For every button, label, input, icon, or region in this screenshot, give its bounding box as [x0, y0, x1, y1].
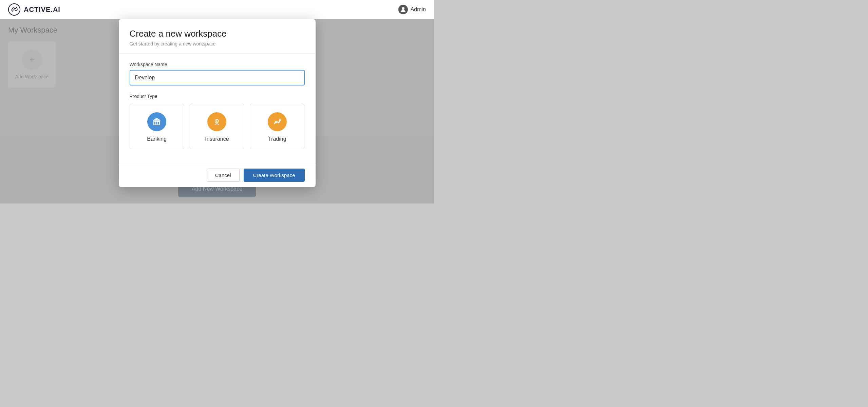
svg-point-13 [216, 120, 218, 122]
trading-icon [268, 112, 287, 131]
product-card-banking[interactable]: Banking [130, 104, 184, 149]
admin-avatar-icon [398, 5, 408, 14]
svg-rect-9 [156, 122, 157, 124]
admin-area[interactable]: Admin [398, 5, 426, 14]
product-cards: Banking Insurance [130, 104, 305, 149]
insurance-icon [207, 112, 226, 131]
logo-text: ACTIVE.AI [24, 6, 60, 14]
logo-icon [8, 3, 20, 16]
modal-subtitle: Get started by creating a new workspace [130, 41, 305, 46]
workspace-name-input[interactable] [130, 70, 305, 85]
svg-rect-10 [158, 122, 159, 124]
cancel-button[interactable]: Cancel [207, 169, 240, 182]
modal-header: Create a new workspace Get started by cr… [119, 19, 316, 54]
modal-footer: Cancel Create Workspace [119, 163, 316, 187]
svg-rect-8 [154, 122, 155, 124]
banking-icon [147, 112, 166, 131]
create-workspace-button[interactable]: Create Workspace [244, 169, 305, 182]
trading-label: Trading [268, 136, 286, 142]
workspace-name-label: Workspace Name [130, 62, 305, 67]
product-card-trading[interactable]: Trading [250, 104, 304, 149]
svg-marker-7 [153, 118, 161, 120]
modal-body: Workspace Name Product Type Banking [119, 54, 316, 163]
banking-label: Banking [147, 136, 167, 142]
create-workspace-modal: Create a new workspace Get started by cr… [119, 19, 316, 187]
svg-rect-6 [153, 120, 160, 122]
admin-label: Admin [411, 6, 426, 13]
modal-title: Create a new workspace [130, 28, 305, 39]
insurance-label: Insurance [205, 136, 229, 142]
product-card-insurance[interactable]: Insurance [190, 104, 244, 149]
header: ACTIVE.AI Admin [0, 0, 434, 19]
logo-area: ACTIVE.AI [8, 3, 60, 16]
svg-point-1 [402, 7, 404, 10]
product-type-label: Product Type [130, 94, 305, 99]
svg-point-14 [275, 122, 277, 123]
svg-point-15 [278, 122, 279, 123]
